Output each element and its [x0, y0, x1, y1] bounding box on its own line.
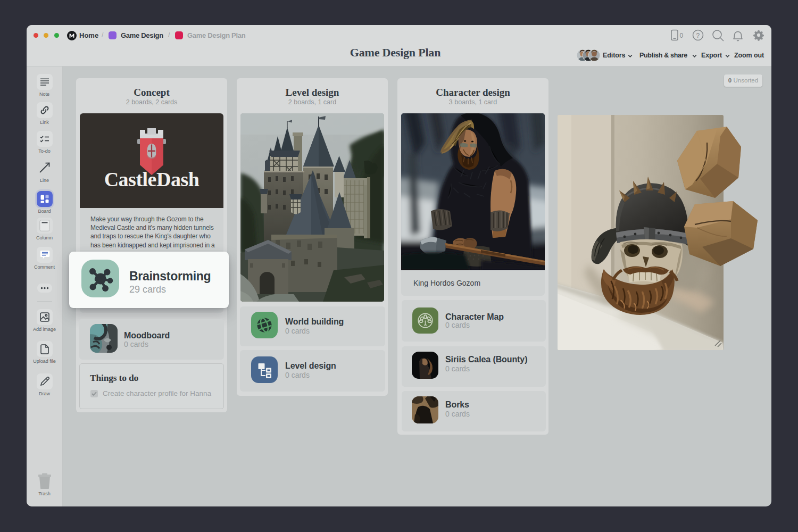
svg-text:?: ?	[696, 32, 700, 39]
svg-text:CastleDash: CastleDash	[104, 168, 200, 190]
svg-text:0: 0	[680, 32, 684, 39]
